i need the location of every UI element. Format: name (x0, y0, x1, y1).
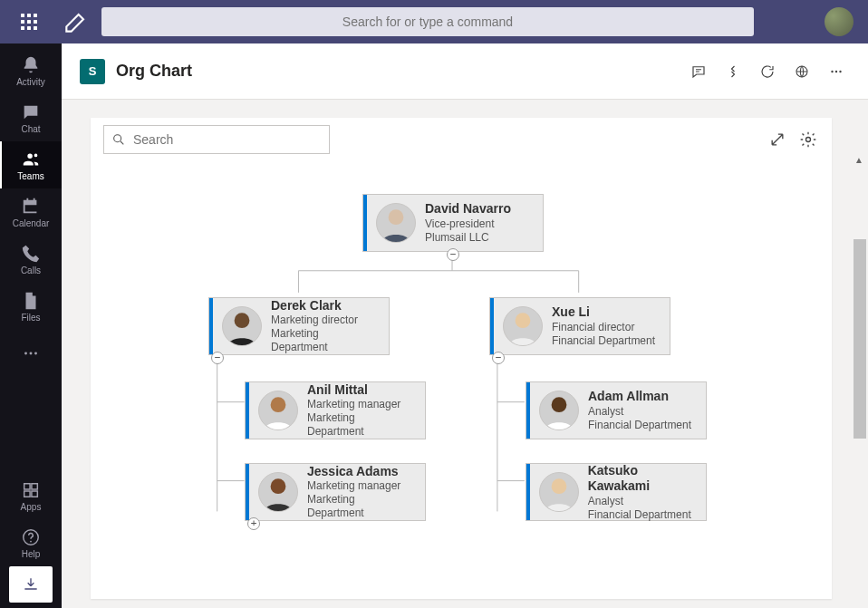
person-name: Katsuko Kawakami (588, 463, 695, 495)
command-search-input[interactable] (101, 7, 754, 36)
person-role: Financial director (552, 321, 655, 334)
org-node-left[interactable]: Derek Clark Marketing director Marketing… (208, 297, 390, 355)
tab-title: Org Chart (116, 62, 192, 81)
rail-files-label: Files (21, 313, 40, 323)
person-name: Adam Allman (588, 389, 691, 405)
svg-point-8 (839, 70, 841, 72)
calendar-icon (21, 197, 41, 217)
svg-point-7 (835, 70, 837, 72)
svg-point-26 (271, 478, 286, 494)
person-name: Jessica Adams (307, 464, 414, 480)
accent-bar (246, 382, 249, 439)
svg-point-0 (24, 352, 27, 355)
conversation-button[interactable] (685, 58, 712, 85)
sharepoint-badge: S (80, 59, 105, 84)
avatar (539, 472, 579, 512)
rail-chat[interactable]: Chat (0, 94, 62, 141)
accent-bar (526, 464, 530, 520)
reload-icon (759, 63, 776, 80)
org-chart-canvas[interactable]: David Navarro Vice-president Plumsail LL… (91, 161, 832, 599)
reload-button[interactable] (754, 58, 781, 85)
app-launcher-button[interactable] (7, 0, 51, 43)
org-search-input[interactable] (133, 132, 322, 147)
website-button[interactable] (788, 58, 815, 85)
accent-bar (209, 298, 213, 354)
collapse-icon (725, 63, 741, 80)
rail-chat-label: Chat (21, 124, 40, 134)
org-node-ll2[interactable]: Jessica Adams Marketing manager Marketin… (245, 463, 426, 521)
rail-calls-label: Calls (21, 265, 41, 275)
person-dept: Financial Department (588, 508, 695, 522)
bell-icon (21, 55, 41, 75)
collapse-toggle[interactable]: − (492, 352, 505, 364)
svg-point-9 (114, 135, 121, 142)
scrollbar[interactable]: ▲ (852, 152, 866, 608)
phone-icon (21, 244, 41, 264)
expand-toggle[interactable]: + (247, 517, 260, 530)
expand-icon (768, 130, 786, 149)
person-role: Marketing director (271, 314, 378, 327)
compose-icon (62, 7, 91, 36)
main-area: S Org Chart (62, 43, 868, 608)
rail-files[interactable]: Files (0, 283, 62, 330)
app-rail: Activity Chat Teams Calendar Calls Files (0, 43, 62, 608)
accent-bar (526, 382, 530, 439)
rail-help[interactable]: Help (0, 519, 62, 566)
svg-point-28 (551, 478, 566, 494)
rail-more[interactable] (0, 330, 62, 377)
person-name: Derek Clark (271, 298, 378, 314)
collapse-toggle[interactable]: − (447, 248, 459, 261)
org-node-right[interactable]: Xue Li Financial director Financial Depa… (489, 297, 670, 355)
chat-panel-icon (690, 63, 707, 80)
ellipsis-icon (21, 343, 41, 363)
scroll-up-icon[interactable]: ▲ (852, 152, 866, 167)
more-button[interactable] (823, 58, 850, 85)
org-node-ll1[interactable]: Anil Mittal Marketing manager Marketing … (245, 381, 426, 439)
apps-icon (21, 480, 41, 500)
svg-point-22 (389, 209, 404, 225)
org-node-rl1[interactable]: Adam Allman Analyst Financial Department (526, 381, 707, 439)
avatar (222, 306, 262, 346)
org-node-rl2[interactable]: Katsuko Kawakami Analyst Financial Depar… (526, 463, 707, 521)
person-dept: Marketing Department (307, 493, 414, 520)
rail-calendar[interactable]: Calendar (0, 188, 62, 236)
org-chart-toolbar (91, 118, 832, 161)
person-role: Marketing manager (307, 479, 414, 493)
settings-button[interactable] (797, 129, 819, 150)
user-avatar[interactable] (825, 7, 854, 36)
fullscreen-button[interactable] (767, 129, 788, 150)
person-role: Marketing manager (307, 398, 414, 411)
rail-activity[interactable]: Activity (0, 47, 62, 94)
search-icon (111, 132, 126, 147)
person-name: Xue Li (552, 304, 655, 321)
accent-bar (490, 298, 494, 354)
org-node-root[interactable]: David Navarro Vice-president Plumsail LL… (362, 194, 544, 252)
person-dept: Financial Department (552, 334, 655, 348)
collapse-toggle[interactable]: − (211, 352, 224, 364)
svg-point-6 (831, 70, 833, 72)
tab-header: S Org Chart (62, 43, 868, 100)
svg-point-11 (806, 138, 811, 142)
svg-point-2 (34, 352, 37, 355)
org-search-box[interactable] (103, 125, 330, 154)
topbar (0, 0, 868, 43)
person-dept: Marketing Department (271, 327, 378, 354)
avatar (258, 472, 298, 512)
file-icon (21, 291, 41, 311)
svg-point-25 (271, 397, 286, 412)
org-chart-card: David Navarro Vice-president Plumsail LL… (91, 118, 832, 599)
collapse-button[interactable] (719, 58, 747, 85)
svg-point-24 (516, 313, 531, 328)
rail-calls[interactable]: Calls (0, 236, 62, 283)
svg-point-23 (235, 313, 250, 328)
svg-point-27 (552, 397, 567, 412)
svg-point-4 (30, 540, 32, 542)
download-app-button[interactable] (9, 566, 53, 603)
person-role: Analyst (588, 495, 695, 508)
person-name: Anil Mittal (307, 382, 414, 399)
avatar (503, 306, 543, 346)
scroll-thumb[interactable] (854, 239, 866, 439)
rail-teams[interactable]: Teams (0, 141, 62, 188)
rail-apps[interactable]: Apps (0, 472, 62, 519)
new-note-button[interactable] (62, 7, 91, 36)
